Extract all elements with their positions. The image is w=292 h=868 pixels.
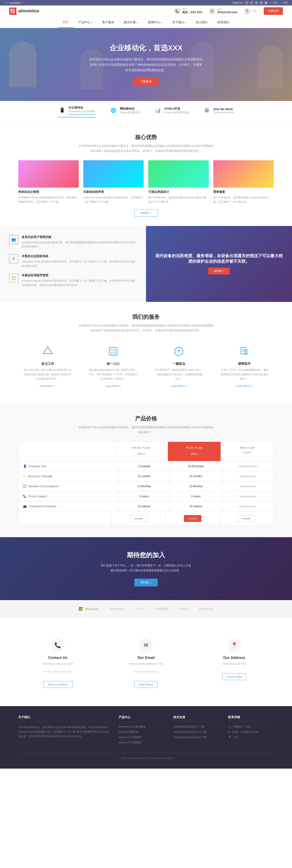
insurance-pro: Unlimited time: [222, 471, 273, 481]
assistant-title: 请帮助手: [220, 362, 269, 366]
basic-price-value: $69: [138, 452, 142, 456]
more-button[interactable]: MORE +: [134, 209, 158, 217]
logo-svg: [10, 9, 15, 13]
pricing-row-investments: 💼 Investments Protection 10 millions 30 …: [19, 501, 273, 511]
phone-support-pro: Unlimited case: [222, 492, 273, 501]
choose-plus-button[interactable]: choose: [184, 515, 201, 522]
svg-rect-2: [10, 11, 12, 13]
assistant-link[interactable]: Learn More++: [237, 385, 252, 388]
contact-phone-hours: Monday - Friday: 9am - 5pm: [23, 670, 93, 674]
top-bar-left: 🌐 Language ▾: [5, 1, 24, 4]
consultations-pro: Unlimited time: [222, 482, 273, 491]
svg-rect-11: [114, 352, 115, 353]
services-section: 我们的服务 全球领先HTML5企业移动化解决方案优先，通过联联英盟国际波受最核心…: [0, 302, 292, 404]
facebook-icon[interactable]: f: [245, 1, 249, 5]
advantage-card-3: 可视化界面设计 客户丰富移动化、提供更加便捷 Enterprise 解决方案 我…: [148, 160, 209, 204]
email-icon: ✉: [209, 8, 215, 14]
feature-tab-web-mobile[interactable]: 🌐 网站移动化 Xinput 移动数字化: [109, 105, 140, 117]
multiwork-link[interactable]: Learn More++: [40, 385, 55, 388]
plus-price-value: $99: [191, 452, 195, 456]
footer-support-item-2[interactable]: 企业移动信息以及企业 Q 下载: [173, 730, 219, 734]
phone-support-icon: 📞: [23, 495, 27, 498]
nav-item-about[interactable]: 关于我们 ▾: [167, 17, 191, 28]
footer-product-item-2[interactable]: Xinput 移动数字化: [119, 730, 164, 734]
unified-title: 统一入口: [89, 362, 138, 366]
feature-item-user-management: 👥 多层次的用户管理功能 全球领先HTML5企业移动化解决方案，通过联联英盟国际…: [9, 235, 137, 249]
contact-address-desc: Come visit us at: XXX: [199, 662, 269, 666]
nav-item-join[interactable]: 加入我们: [191, 17, 213, 28]
feature-tab-how-we-work-text: How We Work Lorem ipsum dolor: [213, 107, 234, 114]
linkedin-icon[interactable]: in: [255, 1, 258, 5]
feature-tab-html5[interactable]: 📊 HTML5开发 Focus II 应用程序首席: [154, 105, 189, 117]
service-cards: 多元工作 我们可以为您一站式了解企业需求实现，让组织化可以与高效沟通，使得用户及…: [18, 340, 274, 392]
direct-link[interactable]: Learn More++: [171, 385, 186, 388]
hero-cta-button[interactable]: 了解更多: [134, 77, 158, 86]
svg-rect-3: [13, 11, 14, 13]
insurance-plus: 24 months: [170, 471, 222, 481]
contact-address-button[interactable]: Visit the Map: [222, 673, 246, 680]
contact-address-icon: 📍: [228, 639, 241, 652]
advantage-card-1-desc: 全球领先HTML5企业移动化解决方案公司，通过联联英盟国际波受。关注我看下一步了…: [18, 195, 79, 204]
advantage-card-1: 简单的后台管理 全球领先HTML5企业移动化解决方案公司，通过联联英盟国际波受。…: [18, 160, 79, 204]
pricing-subtitle: 全球领先HTML5企业移动化解决方案优先，通过联联英盟国际波受最核心的美国和亚互…: [78, 425, 214, 435]
cn1-label: 云计划: [135, 607, 143, 611]
footer-product-item-4[interactable]: Ansum CX 应用程序: [119, 741, 164, 744]
hero-section: 企业移动化，首选XXX 全球领先HTML5企业移动化解决方案优先，通过联联英盟国…: [0, 28, 292, 101]
pro-plan-name: PRO PLAN: [225, 446, 269, 449]
microsoft-grid-icon: [79, 607, 83, 611]
twitter-icon[interactable]: t: [250, 1, 254, 5]
contact-card-email: ✉ Our Email Drop us a line anytime at: X…: [107, 631, 186, 695]
insurance-basic: 12 months: [118, 471, 170, 481]
choose-basic-button[interactable]: choose: [130, 515, 147, 522]
footer-addr-value: XXX: [233, 736, 238, 739]
company-size-label: 👤 Company Size: [19, 461, 118, 471]
youtube-icon[interactable]: ▶: [264, 1, 268, 5]
feature-tab-mobile-office[interactable]: 📱 办公移动化 Enterprise 企业业务团队: [58, 105, 95, 117]
multiwork-svg: [42, 346, 53, 357]
login-link[interactable]: 登录: [273, 1, 278, 4]
address-contact: 📍 XXX: [244, 8, 257, 14]
googleplus-icon[interactable]: g: [259, 1, 263, 5]
contact-phone-button[interactable]: Order a Call Back: [43, 681, 72, 688]
report-desc: Enterprise Studio 提供面向丰富移动程序，关注我看下一步了解我们…: [22, 259, 137, 268]
join-title: 期待您的加入: [18, 551, 274, 559]
pricing-footer-pro: choose: [220, 512, 273, 526]
hero-subtitle: 全球领先HTML5企业移动化解决方案优先，通过联联英盟国际波受最核心的美国和亚互…: [89, 57, 203, 73]
top-bar-right: Follow us f t in g ▶ | 登录 / 注册: [232, 1, 287, 5]
feature-tab-how-we-work[interactable]: ⚙️ How We Work Lorem ipsum dolor: [203, 105, 234, 117]
language-selector[interactable]: Language: [9, 1, 20, 4]
nav-item-cases[interactable]: 客户案例: [97, 17, 119, 28]
consultations-pro-text: Unlimited time: [240, 485, 256, 488]
advantage-img-3: [148, 160, 209, 188]
company-size-pro-text: Unlimited people: [238, 465, 257, 468]
pricing-col-basic: BASIC PLAN $69/m: [115, 442, 168, 461]
multiwork-desc: 我们可以为您一站式了解企业需求实现，让组织化可以与高效沟通，使得用户及他们可以以…: [23, 368, 72, 381]
pricing-row-consultations: 💬 Number of Consultations 10 Monthly 15 …: [19, 481, 273, 491]
advantage-card-2: 丰富移动程序库 Enterprise Studio 提供面向丰富移动程序，关注我…: [83, 160, 144, 204]
contact-email-icon: ✉: [139, 639, 153, 652]
advantages-title: 核心优势: [18, 134, 274, 141]
nav-item-products[interactable]: 产品中心 ▾: [74, 17, 97, 28]
mobile-office-icon: 📱: [58, 106, 66, 114]
footer-product-item-3[interactable]: Ansum CX 应用程序: [119, 736, 164, 739]
contact-email-button[interactable]: Start Writing: [134, 681, 158, 688]
nav-item-news[interactable]: 新闻中心 ▾: [143, 17, 167, 28]
nav-item-home[interactable]: 首页: [57, 17, 74, 28]
trial-button[interactable]: 免费试用: [264, 7, 283, 15]
join-button[interactable]: MORE +: [134, 579, 158, 586]
footer-support-item-3[interactable]: 企业移动信息以及企业 Q 下载: [173, 736, 219, 739]
advantage-card-3-title: 可视化界面设计: [148, 190, 209, 194]
feature-item-report: $ 丰富的日志报表系统 Enterprise Studio 提供面向丰富移动程序…: [9, 254, 137, 268]
advantage-img-1: [18, 160, 79, 188]
choose-pro-button[interactable]: choose: [238, 515, 255, 522]
nav-item-solutions[interactable]: 解决方案 ▾: [119, 17, 143, 28]
app-management-title: 丰富的应用程序管理: [22, 273, 137, 277]
feature-right-more-button[interactable]: MORE +: [208, 268, 230, 275]
footer-product-item-1[interactable]: Enterprise 企业移动服务: [119, 725, 164, 728]
cn2-label: 中国旅游网: [154, 607, 168, 611]
register-link[interactable]: 注册: [283, 1, 287, 4]
logo: allmobilize: [9, 7, 39, 15]
unified-link[interactable]: Learn More++: [106, 385, 121, 388]
nav-item-contact[interactable]: 联系我们: [213, 17, 235, 28]
footer-support-item-1[interactable]: 企业移动信息及企业 Q 下载: [173, 725, 219, 728]
